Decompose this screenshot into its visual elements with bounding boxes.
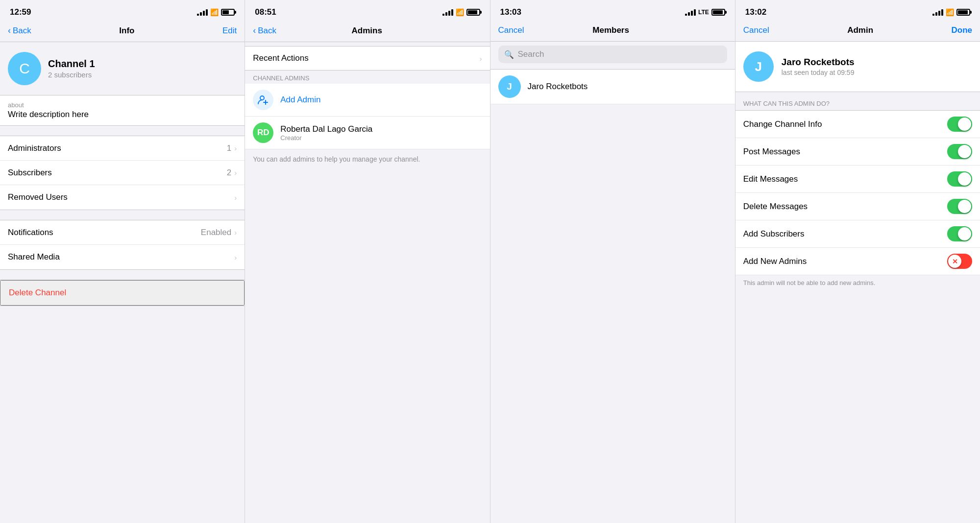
member-row-0[interactable]: J Jaro Rocketbots bbox=[490, 69, 735, 104]
screen-admins: 08:51 📶 ‹ Back Admins bbox=[245, 0, 490, 523]
about-label: about bbox=[8, 101, 237, 109]
member-name-0: Jaro Rocketbots bbox=[528, 82, 588, 92]
permission-toggle-3[interactable] bbox=[947, 199, 972, 214]
permission-row-4: Add Subscribers bbox=[735, 220, 980, 248]
permission-toggle-5[interactable]: ✕ bbox=[947, 254, 972, 269]
permission-toggle-4[interactable] bbox=[947, 226, 972, 241]
channel-subscriber-count: 2 subscribers bbox=[48, 71, 95, 79]
removed-users-label: Removed Users bbox=[8, 192, 68, 202]
about-text: Write description here bbox=[8, 110, 237, 119]
nav-title-1: Info bbox=[119, 26, 134, 36]
admins-helper-text: You can add admins to help you manage yo… bbox=[245, 149, 490, 169]
permission-label-2: Edit Messages bbox=[743, 174, 798, 184]
nav-title-3: Members bbox=[592, 25, 629, 35]
shared-media-right: › bbox=[234, 253, 237, 262]
delete-section: Delete Channel bbox=[0, 280, 245, 306]
cancel-button-4[interactable]: Cancel bbox=[743, 25, 769, 35]
permission-row-2: Edit Messages bbox=[735, 166, 980, 193]
status-time-3: 13:03 bbox=[500, 7, 521, 17]
subscribers-row[interactable]: Subscribers 2 › bbox=[0, 161, 245, 185]
status-time-1: 12:59 bbox=[10, 7, 31, 17]
cancel-button-3[interactable]: Cancel bbox=[498, 25, 524, 35]
subscribers-label: Subscribers bbox=[8, 168, 52, 178]
channel-info-text: Channel 1 2 subscribers bbox=[48, 58, 95, 79]
wifi-icon-1: 📶 bbox=[210, 8, 219, 16]
notifications-right: Enabled › bbox=[201, 228, 237, 238]
permission-toggle-0[interactable] bbox=[947, 117, 972, 132]
permission-row-5: Add New Admins ✕ bbox=[735, 248, 980, 275]
member-avatar-0: J bbox=[498, 75, 521, 98]
edit-button[interactable]: Edit bbox=[222, 26, 237, 36]
permissions-list: Change Channel Info Post Messages Edit M… bbox=[735, 110, 980, 275]
signal-bars-3 bbox=[685, 9, 696, 16]
screen-channel-info: 12:59 📶 ‹ Back Info Edit bbox=[0, 0, 245, 523]
subscribers-value: 2 bbox=[227, 168, 231, 178]
admin-profile-section: J Jaro Rocketbots last seen today at 09:… bbox=[735, 42, 980, 92]
channel-admins-header: CHANNEL ADMINS bbox=[245, 71, 490, 84]
recent-actions-label: Recent Actions bbox=[253, 53, 308, 63]
search-placeholder: Search bbox=[518, 49, 544, 59]
notifications-value: Enabled bbox=[201, 228, 231, 238]
status-bar-2: 08:51 📶 bbox=[245, 0, 490, 22]
admin-profile-name: Jaro Rocketbots bbox=[782, 57, 855, 68]
add-admin-icon bbox=[253, 90, 273, 110]
svg-point-0 bbox=[260, 96, 264, 100]
signal-bars-4 bbox=[932, 9, 943, 16]
permission-row-3: Delete Messages bbox=[735, 193, 980, 220]
permission-label-1: Post Messages bbox=[743, 147, 800, 157]
removed-users-right: › bbox=[234, 193, 237, 202]
notifications-label: Notifications bbox=[8, 228, 53, 238]
subscribers-right: 2 › bbox=[227, 168, 237, 178]
status-icons-4: 📶 bbox=[932, 8, 970, 16]
recent-actions-row[interactable]: Recent Actions › bbox=[245, 46, 490, 71]
lte-icon: LTE bbox=[698, 9, 709, 16]
screen-members: 13:03 LTE Cancel Members 🔍 bbox=[490, 0, 735, 523]
admin-row-0[interactable]: RD Roberta Dal Lago Garcia Creator bbox=[245, 117, 490, 149]
chevron-right-icon-4: › bbox=[234, 228, 237, 237]
done-button-4[interactable]: Done bbox=[952, 25, 973, 35]
screen-admin-permissions: 13:02 📶 Cancel Admin Done bbox=[735, 0, 980, 523]
settings-group: Administrators 1 › Subscribers 2 › Remov… bbox=[0, 136, 245, 210]
channel-avatar: C bbox=[8, 52, 41, 85]
admin-profile-avatar: J bbox=[743, 51, 774, 82]
signal-bars-2 bbox=[442, 9, 453, 16]
permission-label-3: Delete Messages bbox=[743, 202, 808, 212]
back-button-2[interactable]: ‹ Back bbox=[253, 25, 276, 36]
shared-media-label: Shared Media bbox=[8, 252, 60, 262]
permission-toggle-2[interactable] bbox=[947, 171, 972, 187]
add-admin-row[interactable]: Add Admin bbox=[245, 84, 490, 117]
admin-profile-info: Jaro Rocketbots last seen today at 09:59 bbox=[782, 57, 855, 76]
recent-actions-chevron: › bbox=[480, 54, 482, 63]
administrators-right: 1 › bbox=[227, 143, 237, 153]
admins-content: Recent Actions › CHANNEL ADMINS Add Admi… bbox=[245, 42, 490, 523]
chevron-right-icon: › bbox=[234, 144, 237, 152]
channel-name: Channel 1 bbox=[48, 58, 95, 70]
battery-3 bbox=[711, 9, 725, 16]
back-button-1[interactable]: ‹ Back bbox=[8, 25, 31, 36]
chevron-right-icon-3: › bbox=[234, 193, 237, 202]
status-bar-1: 12:59 📶 bbox=[0, 0, 245, 22]
admin-role-0: Creator bbox=[280, 134, 372, 142]
notifications-row[interactable]: Notifications Enabled › bbox=[0, 220, 245, 245]
admin-name-0: Roberta Dal Lago Garcia bbox=[280, 124, 372, 134]
admin-avatar-0: RD bbox=[253, 122, 273, 143]
signal-bars-1 bbox=[197, 9, 208, 16]
shared-media-row[interactable]: Shared Media › bbox=[0, 245, 245, 269]
members-search-bar[interactable]: 🔍 Search bbox=[498, 46, 727, 63]
chevron-right-icon-2: › bbox=[234, 168, 237, 177]
status-bar-3: 13:03 LTE bbox=[490, 0, 735, 22]
admin-profile-status: last seen today at 09:59 bbox=[782, 69, 855, 76]
nav-title-2: Admins bbox=[352, 26, 382, 36]
delete-channel-button[interactable]: Delete Channel bbox=[0, 280, 245, 306]
wifi-icon-4: 📶 bbox=[946, 8, 954, 16]
add-admin-label: Add Admin bbox=[280, 95, 320, 105]
battery-2 bbox=[466, 9, 480, 16]
removed-users-row[interactable]: Removed Users › bbox=[0, 185, 245, 210]
chevron-right-icon-5: › bbox=[234, 253, 237, 262]
search-icon: 🔍 bbox=[504, 50, 514, 59]
channel-header: C Channel 1 2 subscribers bbox=[0, 42, 245, 93]
admin-info-0: Roberta Dal Lago Garcia Creator bbox=[280, 124, 372, 142]
administrators-value: 1 bbox=[227, 143, 231, 153]
administrators-row[interactable]: Administrators 1 › bbox=[0, 136, 245, 161]
permission-toggle-1[interactable] bbox=[947, 144, 972, 159]
